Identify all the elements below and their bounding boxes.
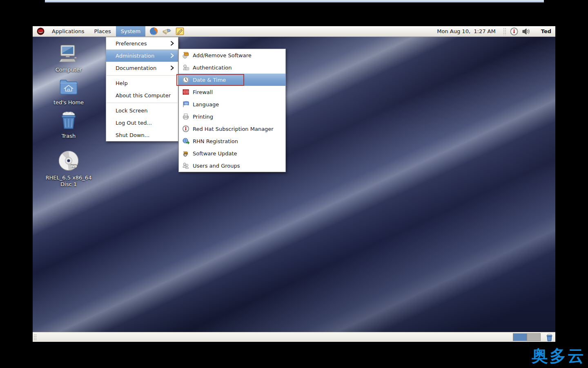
menu-item-label: Help: [116, 80, 128, 86]
system-menu: Preferences Administration Documentation: [106, 37, 178, 141]
system-menu-item-about-this-computer[interactable]: About this Computer: [106, 89, 178, 101]
firefox-icon[interactable]: [149, 27, 158, 36]
menu-item-label: Date & Time: [193, 77, 226, 83]
window-top-edge: [45, 0, 544, 2]
printing-icon: [182, 113, 189, 120]
admin-menu-item-language[interactable]: Language: [179, 98, 285, 110]
speaker-icon[interactable]: [521, 27, 530, 36]
bottom-taskbar: [33, 332, 555, 342]
admin-menu-item-add-remove-software[interactable]: Add/Remove Software: [179, 49, 285, 61]
language-icon: [182, 101, 189, 108]
menu-system[interactable]: System: [116, 26, 145, 36]
system-menu-item-lock-screen[interactable]: Lock Screen: [106, 104, 178, 117]
desktop: Applications Places System: [33, 26, 555, 342]
menu-item-label: RHN Registration: [193, 138, 238, 144]
desktop-icon-rhel-disc[interactable]: DVD RHEL_6.5 x86_64 Disc 1: [42, 150, 95, 188]
desktop-icon-label: Computer: [42, 67, 95, 73]
dvd-disc-icon: DVD: [57, 150, 80, 173]
subscription-manager-icon: [182, 125, 189, 132]
firewall-icon: [182, 88, 189, 96]
home-folder-icon: [58, 78, 79, 98]
taskbar-drag-handle[interactable]: [33, 334, 37, 341]
menu-item-label: Preferences: [116, 40, 147, 47]
system-menu-item-log-out[interactable]: Log Out ted...: [106, 117, 178, 129]
add-remove-software-icon: [182, 52, 189, 59]
menu-item-label: Firewall: [193, 89, 213, 95]
admin-menu-item-firewall[interactable]: Firewall: [179, 86, 285, 98]
workspace-2[interactable]: [527, 334, 540, 341]
system-menu-item-help[interactable]: Help: [106, 77, 178, 89]
rhn-registration-icon: [182, 137, 189, 145]
users-groups-icon: [182, 162, 189, 169]
workspace-1[interactable]: [513, 334, 527, 341]
admin-menu-item-software-update[interactable]: Software Update: [179, 147, 285, 159]
menu-item-label: Documentation: [116, 65, 156, 71]
redhat-icon: [37, 27, 45, 35]
clock[interactable]: Mon Aug 10, 1:27 AM: [437, 28, 495, 34]
watermark: 奥多云: [532, 347, 586, 365]
menu-separator: [107, 103, 178, 103]
system-menu-item-documentation[interactable]: Documentation: [106, 62, 178, 74]
user-menu[interactable]: Ted: [541, 28, 551, 34]
menu-item-label: Language: [193, 101, 219, 108]
desktop-icon-computer[interactable]: Computer: [42, 44, 95, 73]
gauge-icon[interactable]: [510, 27, 519, 36]
admin-menu-item-red-hat-subscription-manager[interactable]: Red Hat Subscription Manager: [179, 123, 285, 135]
desktop-icon-home[interactable]: ted's Home: [42, 78, 95, 106]
screen: Applications Places System: [0, 0, 588, 368]
menu-item-label: Software Update: [193, 150, 237, 157]
trash-mini-icon[interactable]: [546, 333, 553, 341]
mail-icon[interactable]: [162, 27, 172, 36]
desktop-icon-label: Trash: [42, 133, 95, 139]
menu-item-label: Administration: [116, 53, 154, 59]
admin-menu-item-date-time[interactable]: Date & Time: [179, 74, 285, 86]
admin-menu-item-users-and-groups[interactable]: Users and Groups: [179, 159, 285, 172]
menu-item-label: Shut Down...: [116, 132, 149, 138]
menu-item-label: Users and Groups: [193, 163, 240, 169]
menu-item-label: Authentication: [193, 65, 232, 71]
desktop-icon-label: RHEL_6.5 x86_64 Disc 1: [42, 175, 95, 188]
top-panel: Applications Places System: [33, 26, 555, 37]
desktop-icon-trash[interactable]: Trash: [42, 110, 95, 139]
menu-item-label: Add/Remove Software: [193, 52, 252, 58]
applet-drag-handle[interactable]: [503, 28, 507, 35]
menu-applications[interactable]: Applications: [47, 26, 89, 36]
admin-menu-item-printing[interactable]: Printing: [179, 110, 285, 123]
menu-separator: [107, 75, 178, 76]
menu-item-label: About this Computer: [116, 92, 171, 99]
desktop-icon-label: ted's Home: [42, 99, 95, 106]
admin-menu-item-rhn-registration[interactable]: RHN Registration: [179, 135, 285, 147]
workspace-switcher: [513, 333, 541, 341]
svg-text:DVD: DVD: [71, 165, 77, 168]
submenu-arrow-icon: [170, 65, 174, 70]
system-menu-item-shut-down[interactable]: Shut Down...: [106, 129, 178, 141]
software-update-icon: [182, 150, 189, 157]
menu-item-label: Lock Screen: [116, 108, 147, 114]
menu-item-label: Printing: [193, 114, 213, 120]
menu-item-label: Log Out ted...: [116, 120, 152, 126]
note-icon[interactable]: [176, 27, 184, 36]
system-menu-item-administration[interactable]: Administration: [106, 49, 178, 62]
menu-item-label: Red Hat Subscription Manager: [193, 126, 274, 132]
computer-icon: [58, 44, 80, 65]
system-menu-item-preferences[interactable]: Preferences: [106, 37, 178, 49]
menu-places[interactable]: Places: [89, 26, 116, 36]
date-time-icon: [182, 76, 189, 83]
trash-icon: [58, 110, 79, 132]
authentication-icon: [182, 64, 189, 71]
administration-submenu: Add/Remove Software Authentication: [178, 49, 286, 172]
submenu-arrow-icon: [170, 41, 174, 46]
admin-menu-item-authentication[interactable]: Authentication: [179, 61, 285, 74]
submenu-arrow-icon: [170, 53, 174, 58]
